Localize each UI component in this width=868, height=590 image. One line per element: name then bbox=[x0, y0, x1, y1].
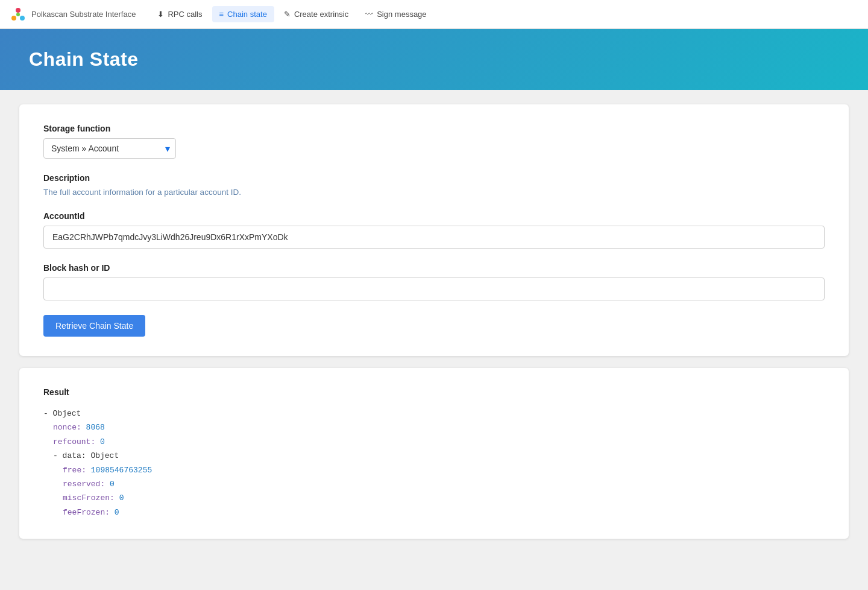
navbar: Polkascan Substrate Interface ⬇ RPC call… bbox=[0, 0, 868, 29]
brand-name: Polkascan Substrate Interface bbox=[31, 10, 136, 19]
result-row-6: miscFrozen: 0 bbox=[43, 491, 825, 505]
form-card: Storage function System » Account ▾ Desc… bbox=[19, 104, 849, 356]
result-row-2: refcount: 0 bbox=[43, 435, 825, 449]
retrieve-chain-state-button[interactable]: Retrieve Chain State bbox=[43, 315, 145, 337]
brand: Polkascan Substrate Interface bbox=[10, 6, 136, 23]
edit-icon: ✎ bbox=[284, 10, 291, 19]
nav-item-sign-message[interactable]: 〰 Sign message bbox=[358, 6, 433, 22]
sign-icon: 〰 bbox=[365, 10, 373, 19]
svg-point-0 bbox=[16, 8, 20, 13]
description-group: Description The full account information… bbox=[43, 173, 825, 197]
result-row-5: reserved: 0 bbox=[43, 477, 825, 491]
account-id-input[interactable] bbox=[43, 226, 825, 249]
nav-item-extrinsic-label: Create extrinsic bbox=[294, 10, 348, 19]
page-title: Chain State bbox=[29, 48, 839, 71]
brand-logo bbox=[10, 6, 27, 23]
nav-item-sign-label: Sign message bbox=[377, 10, 426, 19]
svg-point-3 bbox=[16, 13, 20, 16]
nav-item-chain-label: Chain state bbox=[227, 10, 267, 19]
description-label: Description bbox=[43, 173, 825, 183]
result-card: Result - Object nonce: 8068 refcount: 0 … bbox=[19, 368, 849, 539]
account-id-label: AccountId bbox=[43, 211, 825, 221]
nav-items: ⬇ RPC calls ≡ Chain state ✎ Create extri… bbox=[150, 6, 433, 22]
nav-item-rpc-calls[interactable]: ⬇ RPC calls bbox=[150, 6, 209, 22]
result-row-3: - data: Object bbox=[43, 449, 825, 463]
svg-point-1 bbox=[11, 16, 16, 21]
result-row-0: - Object bbox=[43, 407, 825, 420]
svg-point-2 bbox=[20, 16, 25, 21]
block-hash-label: Block hash or ID bbox=[43, 263, 825, 273]
list-icon: ≡ bbox=[219, 10, 224, 19]
download-icon: ⬇ bbox=[157, 10, 164, 19]
storage-function-group: Storage function System » Account ▾ bbox=[43, 124, 825, 159]
result-tree: - Object nonce: 8068 refcount: 0 - data:… bbox=[43, 407, 825, 519]
storage-function-select-wrapper: System » Account ▾ bbox=[43, 138, 176, 159]
main-content: Storage function System » Account ▾ Desc… bbox=[0, 90, 868, 553]
block-hash-input[interactable] bbox=[43, 278, 825, 300]
result-row-4: free: 1098546763255 bbox=[43, 463, 825, 477]
result-row-1: nonce: 8068 bbox=[43, 420, 825, 434]
result-row-7: feeFrozen: 0 bbox=[43, 506, 825, 519]
hero-banner: Chain State bbox=[0, 29, 868, 90]
account-id-group: AccountId bbox=[43, 211, 825, 249]
block-hash-group: Block hash or ID bbox=[43, 263, 825, 300]
result-label: Result bbox=[43, 387, 825, 397]
storage-function-label: Storage function bbox=[43, 124, 825, 133]
nav-item-rpc-label: RPC calls bbox=[168, 10, 202, 19]
description-text: The full account information for a parti… bbox=[43, 188, 825, 197]
storage-function-select[interactable]: System » Account bbox=[43, 138, 176, 159]
nav-item-create-extrinsic[interactable]: ✎ Create extrinsic bbox=[277, 6, 356, 22]
nav-item-chain-state[interactable]: ≡ Chain state bbox=[212, 6, 274, 22]
